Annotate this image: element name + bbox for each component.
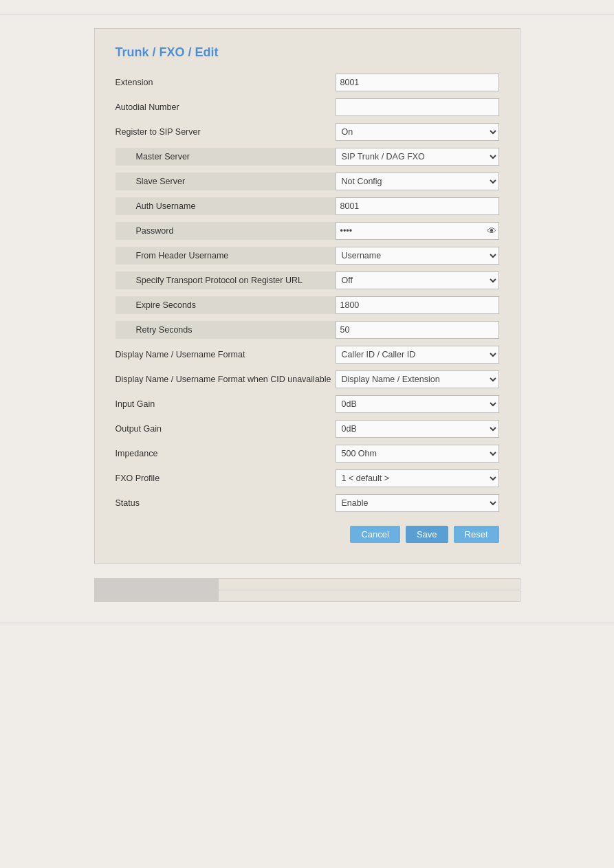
retry-seconds-input[interactable] <box>336 321 499 339</box>
retry-seconds-label: Retry Seconds <box>116 325 336 335</box>
specify-transport-label: Specify Transport Protocol on Register U… <box>116 276 336 285</box>
table-row <box>94 590 520 602</box>
page-wrapper: Trunk / FXO / Edit Extension Autodial Nu… <box>0 0 614 868</box>
display-name-format-row: Display Name / Username Format Caller ID… <box>116 346 499 364</box>
page-title: Trunk / FXO / Edit <box>116 45 499 60</box>
table-cell-value <box>218 579 520 590</box>
expire-seconds-input[interactable] <box>336 296 499 314</box>
table-cell-label <box>94 590 218 602</box>
slave-server-row: Slave Server Not Config <box>116 173 499 190</box>
save-button[interactable]: Save <box>406 526 448 543</box>
extension-input[interactable] <box>336 74 499 91</box>
cancel-button[interactable]: Cancel <box>350 526 399 543</box>
retry-seconds-row: Retry Seconds <box>116 321 499 339</box>
top-divider <box>0 14 614 14</box>
slave-server-select[interactable]: Not Config <box>336 173 499 190</box>
display-name-format-label: Display Name / Username Format <box>116 350 336 359</box>
table-cell-value <box>218 590 520 602</box>
expire-seconds-row: Expire Seconds <box>116 296 499 314</box>
display-name-cid-label: Display Name / Username Format when CID … <box>116 375 336 384</box>
auth-username-row: Auth Username <box>116 197 499 215</box>
display-name-cid-row: Display Name / Username Format when CID … <box>116 370 499 388</box>
fxo-profile-row: FXO Profile 1 < default > <box>116 469 499 487</box>
auth-username-label: Auth Username <box>116 201 336 211</box>
from-header-label: From Header Username <box>116 251 336 260</box>
button-row: Cancel Save Reset <box>116 526 499 543</box>
register-label: Register to SIP Server <box>116 127 336 137</box>
extension-label: Extension <box>116 78 336 87</box>
bottom-table <box>94 578 520 602</box>
from-header-row: From Header Username Username <box>116 247 499 265</box>
display-name-format-select[interactable]: Caller ID / Caller ID <box>336 346 499 364</box>
display-name-cid-select[interactable]: Display Name / Extension <box>336 370 499 388</box>
password-row: Password 👁 <box>116 222 499 240</box>
register-select[interactable]: On Off <box>336 123 499 141</box>
status-row: Status Enable Disable <box>116 494 499 512</box>
output-gain-label: Output Gain <box>116 424 336 434</box>
extension-row: Extension <box>116 74 499 91</box>
autodial-input[interactable] <box>336 98 499 116</box>
status-select[interactable]: Enable Disable <box>336 494 499 512</box>
password-input[interactable] <box>336 222 499 240</box>
output-gain-select[interactable]: 0dB <box>336 420 499 438</box>
bottom-divider <box>0 623 614 623</box>
password-wrapper: 👁 <box>336 222 499 240</box>
autodial-row: Autodial Number <box>116 98 499 116</box>
expire-seconds-label: Expire Seconds <box>116 300 336 310</box>
specify-transport-select[interactable]: Off On <box>336 271 499 289</box>
input-gain-row: Input Gain 0dB <box>116 395 499 413</box>
slave-server-label: Slave Server <box>116 177 336 186</box>
impedance-label: Impedance <box>116 449 336 458</box>
auth-username-input[interactable] <box>336 197 499 215</box>
input-gain-label: Input Gain <box>116 399 336 409</box>
from-header-select[interactable]: Username <box>336 247 499 265</box>
fxo-profile-label: FXO Profile <box>116 474 336 483</box>
impedance-select[interactable]: 500 Ohm <box>336 445 499 463</box>
master-server-select[interactable]: SIP Trunk / DAG FXO <box>336 148 499 166</box>
master-server-label: Master Server <box>116 152 336 162</box>
autodial-label: Autodial Number <box>116 102 336 112</box>
impedance-row: Impedance 500 Ohm <box>116 445 499 463</box>
register-row: Register to SIP Server On Off <box>116 123 499 141</box>
table-cell-label <box>94 579 218 590</box>
fxo-profile-select[interactable]: 1 < default > <box>336 469 499 487</box>
table-row <box>94 579 520 590</box>
input-gain-select[interactable]: 0dB <box>336 395 499 413</box>
status-label: Status <box>116 498 336 508</box>
eye-icon[interactable]: 👁 <box>487 225 496 236</box>
reset-button[interactable]: Reset <box>454 526 499 543</box>
output-gain-row: Output Gain 0dB <box>116 420 499 438</box>
password-label: Password <box>116 226 336 236</box>
specify-transport-row: Specify Transport Protocol on Register U… <box>116 271 499 289</box>
main-card: Trunk / FXO / Edit Extension Autodial Nu… <box>94 28 520 564</box>
master-server-row: Master Server SIP Trunk / DAG FXO <box>116 148 499 166</box>
